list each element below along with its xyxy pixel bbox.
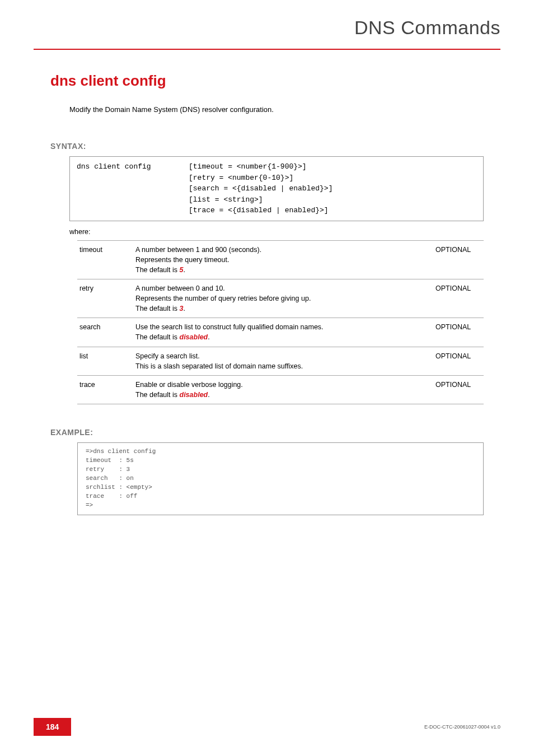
page-header: DNS Commands: [0, 0, 534, 44]
param-desc-line: This is a slash separated list of domain…: [135, 362, 303, 370]
table-row: retry A number between 0 and 10. Represe…: [77, 279, 484, 318]
syntax-command: dns client config: [77, 161, 189, 216]
syntax-arg-line: [trace = <{disabled | enabled}>]: [189, 206, 329, 214]
param-desc-line: The default is: [135, 391, 180, 399]
command-title: dns client config: [50, 72, 484, 90]
command-description: Modify the Domain Name System (DNS) reso…: [69, 105, 484, 114]
param-desc: A number between 1 and 900 (seconds). Re…: [133, 240, 433, 279]
param-desc-line: .: [183, 266, 185, 274]
example-line: timeout : 5s: [86, 457, 134, 464]
param-name: retry: [77, 279, 133, 318]
document-id: E-DOC-CTC-20061027-0004 v1.0: [424, 724, 500, 730]
example-label: EXAMPLE:: [50, 428, 484, 437]
param-name: timeout: [77, 240, 133, 279]
param-desc: Use the search list to construct fully q…: [133, 318, 433, 347]
param-desc: Specify a search list. This is a slash s…: [133, 347, 433, 375]
param-desc-line: .: [183, 305, 185, 312]
param-name: trace: [77, 375, 133, 404]
param-name: search: [77, 318, 133, 347]
param-optional: OPTIONAL: [433, 347, 484, 375]
page-content: dns client config Modify the Domain Name…: [0, 50, 534, 515]
example-line: retry : 3: [86, 466, 130, 473]
param-desc-line: Use the search list to construct fully q…: [135, 323, 324, 331]
header-title: DNS Commands: [34, 17, 500, 39]
table-row: timeout A number between 1 and 900 (seco…: [77, 240, 484, 279]
param-desc-line: The default is: [135, 305, 180, 312]
example-line: trace : off: [86, 493, 137, 500]
param-desc: A number between 0 and 10. Represents th…: [133, 279, 433, 318]
table-row: list Specify a search list. This is a sl…: [77, 347, 484, 375]
syntax-arg-line: [retry = <number{0-10}>]: [189, 174, 293, 182]
default-value: disabled: [180, 391, 208, 399]
param-optional: OPTIONAL: [433, 240, 484, 279]
param-desc-line: Specify a search list.: [135, 352, 200, 360]
syntax-label: SYNTAX:: [50, 142, 484, 151]
param-optional: OPTIONAL: [433, 279, 484, 318]
example-box: =>dns client config timeout : 5s retry :…: [77, 442, 484, 515]
param-desc-line: Represents the query timeout.: [135, 256, 229, 264]
param-desc-line: The default is: [135, 266, 180, 274]
example-line: srchlist : <empty>: [86, 484, 152, 491]
param-desc-line: A number between 0 and 10.: [135, 284, 225, 292]
param-name: list: [77, 347, 133, 375]
param-desc-line: The default is: [135, 333, 180, 341]
param-desc: Enable or disable verbose logging. The d…: [133, 375, 433, 404]
parameter-table: timeout A number between 1 and 900 (seco…: [77, 240, 484, 405]
syntax-box: dns client config [timeout = <number{1-9…: [69, 156, 484, 221]
default-value: disabled: [180, 333, 208, 341]
example-line: =>: [86, 502, 93, 508]
example-line: =>dns client config: [86, 448, 156, 455]
page-footer: 184 E-DOC-CTC-20061027-0004 v1.0: [0, 718, 534, 736]
syntax-arg-line: [list = <string>]: [189, 195, 263, 204]
param-desc-line: A number between 1 and 900 (seconds).: [135, 246, 261, 254]
param-desc-line: Enable or disable verbose logging.: [135, 381, 243, 389]
table-row: search Use the search list to construct …: [77, 318, 484, 347]
syntax-arg-line: [search = <{disabled | enabled}>]: [189, 184, 332, 193]
syntax-args: [timeout = <number{1-900}>] [retry = <nu…: [189, 161, 476, 216]
page-number: 184: [34, 718, 71, 736]
param-desc-line: Represents the number of query retries b…: [135, 295, 311, 302]
param-desc-line: .: [208, 333, 209, 341]
param-desc-line: .: [208, 391, 209, 399]
table-row: trace Enable or disable verbose logging.…: [77, 375, 484, 404]
where-label: where:: [69, 228, 484, 236]
param-optional: OPTIONAL: [433, 375, 484, 404]
param-optional: OPTIONAL: [433, 318, 484, 347]
syntax-arg-line: [timeout = <number{1-900}>]: [189, 162, 307, 171]
example-line: search : on: [86, 475, 134, 482]
